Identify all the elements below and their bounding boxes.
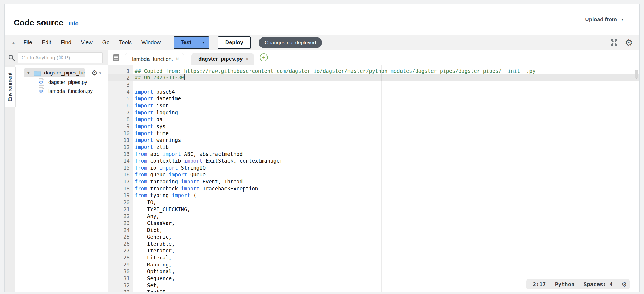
code-line[interactable]: 22 Any,: [108, 213, 639, 220]
code-line[interactable]: 8import os: [108, 116, 639, 123]
line-number: 24: [108, 227, 130, 233]
line-number: 33: [108, 289, 130, 292]
code-line[interactable]: 25 Generic,: [108, 233, 639, 240]
editor-tab-lambda_function[interactable]: lambda_function.×: [125, 53, 184, 65]
editor-scrollbar-thumb[interactable]: [635, 70, 638, 79]
line-number: 32: [108, 282, 130, 288]
file-sidebar: Environment ▾ dagster_pipes_funct: [5, 50, 108, 292]
goto-anything-input[interactable]: [18, 52, 103, 63]
code-line[interactable]: 10import time: [108, 130, 639, 137]
cursor-position-status[interactable]: 2:17: [533, 281, 546, 288]
folder-expand-caret-icon[interactable]: ▾: [27, 70, 34, 75]
line-number: 31: [108, 275, 130, 281]
menu-item-tools[interactable]: Tools: [119, 39, 132, 46]
code-line[interactable]: 6import json: [108, 102, 639, 109]
menu-item-find[interactable]: Find: [61, 39, 71, 46]
code-line[interactable]: 26 Iterable,: [108, 240, 639, 247]
language-mode-status[interactable]: Python: [555, 281, 574, 288]
line-number: 9: [108, 123, 130, 129]
menu-item-go[interactable]: Go: [102, 39, 110, 46]
code-line[interactable]: 4import base64: [108, 88, 639, 95]
menu-item-edit[interactable]: Edit: [42, 39, 51, 46]
environment-tab[interactable]: Environment: [5, 67, 16, 107]
code-line[interactable]: 5import datetime: [108, 95, 639, 102]
menu-item-window[interactable]: Window: [141, 39, 161, 46]
line-content: Literal,: [130, 255, 172, 261]
code-line[interactable]: 19from typing import (: [108, 192, 639, 199]
tabs-container: lambda_function.×dagster_pipes.py×: [125, 53, 254, 65]
line-number: 25: [108, 234, 130, 240]
indentation-status[interactable]: Spaces: 4: [584, 281, 613, 288]
status-settings-gear-icon[interactable]: ⚙: [622, 281, 626, 288]
line-number: 2: [108, 75, 130, 81]
code-line[interactable]: 1## Copied from: https://raw.githubuserc…: [108, 67, 639, 74]
info-link[interactable]: Info: [69, 20, 79, 27]
code-line[interactable]: 16from queue import Queue: [108, 171, 639, 178]
line-content: import sys: [130, 123, 165, 129]
line-content: Any,: [130, 213, 160, 219]
tab-label: lambda_function.: [132, 56, 173, 62]
line-content: import zlib: [130, 144, 169, 150]
code-line[interactable]: 3: [108, 81, 639, 88]
code-line[interactable]: 27 Iterator,: [108, 247, 639, 254]
test-button[interactable]: Test: [174, 37, 198, 48]
upload-from-button[interactable]: Upload from ▼: [578, 13, 631, 26]
text-cursor: [184, 74, 185, 80]
collapse-editor-icon[interactable]: ▲: [12, 40, 20, 45]
code-line[interactable]: 17from threading import Event, Thread: [108, 178, 639, 185]
menu-item-file[interactable]: File: [23, 39, 32, 46]
editor-tab-bar: lambda_function.×dagster_pipes.py× +: [108, 50, 639, 65]
code-line[interactable]: 14from contextlib import ExitStack, cont…: [108, 157, 639, 164]
tab-list-icon[interactable]: [112, 53, 120, 61]
python-file-icon: [38, 78, 44, 86]
code-line[interactable]: 2## On 2023-11-30: [108, 74, 639, 81]
tree-file-row[interactable]: dagster_pipes.py: [16, 78, 108, 87]
tree-folder-row[interactable]: ▾ dagster_pipes_funct ⚙ ▾: [16, 68, 108, 78]
line-content: from abc import ABC, abstractmethod: [130, 151, 243, 157]
line-number: 3: [108, 82, 130, 88]
test-dropdown-button[interactable]: ▼: [198, 37, 209, 48]
editor-tab-dagster_pipespy[interactable]: dagster_pipes.py×: [191, 53, 254, 65]
line-content: Sequence,: [130, 275, 175, 281]
code-line[interactable]: 23 ClassVar,: [108, 220, 639, 227]
test-split-button[interactable]: Test ▼: [174, 36, 209, 49]
tab-close-icon[interactable]: ×: [176, 56, 179, 63]
line-content: Dict,: [130, 227, 162, 233]
code-line[interactable]: 28 Literal,: [108, 254, 639, 261]
code-line[interactable]: 29 Mapping,: [108, 261, 639, 268]
line-number: 22: [108, 213, 130, 219]
panel-header: Code source Info Upload from ▼: [5, 4, 639, 35]
code-line[interactable]: 30 Optional,: [108, 268, 639, 275]
code-line[interactable]: 20 IO,: [108, 199, 639, 206]
code-line[interactable]: 24 Dict,: [108, 227, 639, 234]
menu-item-view[interactable]: View: [81, 39, 93, 46]
code-editor[interactable]: 1## Copied from: https://raw.githubuserc…: [108, 65, 639, 292]
sidebar-body: Environment ▾ dagster_pipes_funct: [5, 65, 108, 292]
new-tab-button[interactable]: +: [260, 53, 268, 61]
line-content: from io import StringIO: [130, 165, 206, 171]
editor-settings-gear-icon[interactable]: ⚙: [625, 38, 633, 47]
tree-settings-control[interactable]: ⚙ ▾: [91, 69, 101, 76]
chevron-down-icon: ▼: [202, 41, 205, 45]
code-line[interactable]: 12import zlib: [108, 143, 639, 151]
code-line[interactable]: 21 TYPE_CHECKING,: [108, 206, 639, 213]
editor-status-bar: 2:17 Python Spaces: 4 ⚙: [526, 279, 630, 289]
line-number: 12: [108, 144, 130, 150]
tree-file-row[interactable]: lambda_function.py: [16, 87, 108, 95]
fullscreen-expand-icon[interactable]: [610, 38, 618, 47]
line-content: Iterable,: [130, 241, 175, 247]
code-line[interactable]: 18from traceback import TracebackExcepti…: [108, 185, 639, 192]
code-line[interactable]: 13from abc import ABC, abstractmethod: [108, 151, 639, 158]
tab-close-icon[interactable]: ×: [245, 56, 249, 63]
deploy-button[interactable]: Deploy: [218, 36, 251, 49]
code-line[interactable]: 9import sys: [108, 123, 639, 130]
code-line[interactable]: 15from io import StringIO: [108, 164, 639, 171]
line-number: 13: [108, 151, 130, 157]
python-file-icon: [38, 87, 44, 95]
line-content: import json: [130, 102, 169, 108]
line-number: 10: [108, 130, 130, 136]
line-content: from queue import Queue: [130, 172, 206, 177]
code-line[interactable]: 7import logging: [108, 109, 639, 116]
code-line[interactable]: 11import warnings: [108, 136, 639, 143]
changes-not-deployed-badge: Changes not deployed: [259, 37, 322, 48]
